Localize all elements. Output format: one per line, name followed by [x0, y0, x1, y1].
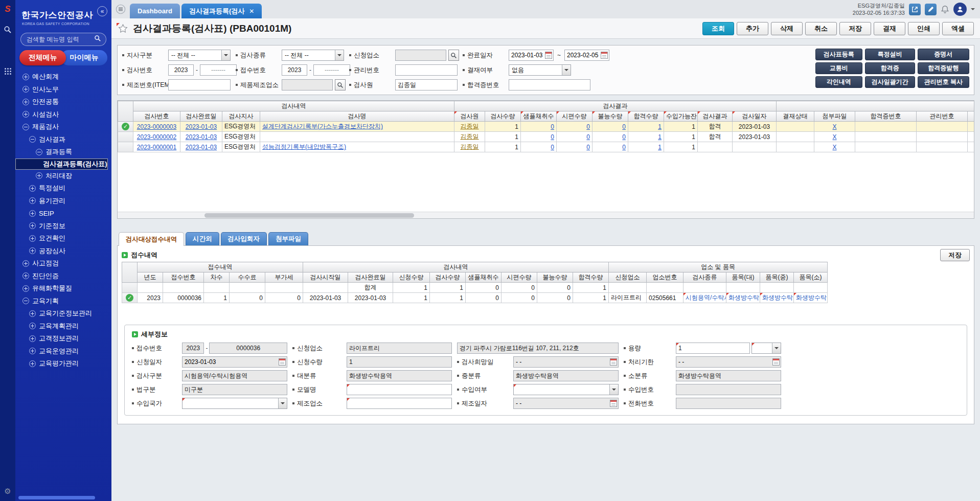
receipt-column-header[interactable]: 신청업소	[609, 272, 647, 283]
sidebar-item[interactable]: 공장심사	[15, 245, 111, 258]
calendar-icon[interactable]	[772, 358, 780, 366]
sidebar-scrollbar[interactable]	[18, 496, 95, 499]
collapse-icon[interactable]	[22, 124, 29, 130]
sidebar-item[interactable]: 교육계획관리	[15, 320, 111, 333]
calendar-icon[interactable]	[610, 400, 617, 407]
bottom-tab[interactable]: 검사대상접수내역	[119, 232, 184, 246]
grid-column-header[interactable]: 결재상태	[777, 111, 814, 122]
complete-date-from-input[interactable]	[509, 50, 545, 60]
grid-column-header[interactable]: 검사원	[454, 111, 485, 122]
grid-cell-link[interactable]: 0	[586, 123, 590, 130]
bottom-tab[interactable]: 시간외	[186, 232, 219, 245]
detail-hope-date-input[interactable]	[514, 357, 610, 367]
sidebar-item[interactable]: 기준정보	[15, 220, 111, 233]
collapse-icon[interactable]	[36, 149, 42, 155]
expand-icon[interactable]	[22, 74, 29, 80]
expand-icon[interactable]	[22, 272, 29, 279]
row-select-cell[interactable]	[118, 132, 133, 142]
header-action-button[interactable]: 인쇄	[908, 22, 940, 35]
receipt-column-header[interactable]: 검사종류	[683, 272, 726, 283]
grid-column-header[interactable]: 검사수량	[485, 111, 521, 122]
manage-no-input[interactable]	[395, 64, 458, 76]
grid-column-header[interactable]: 검사완료일	[180, 111, 222, 122]
expand-icon[interactable]	[29, 185, 36, 192]
header-action-button[interactable]: 결재	[874, 22, 905, 35]
filter-side-button[interactable]: 검사표등록	[815, 49, 862, 60]
grid-column-header[interactable]: 검사명	[260, 111, 454, 122]
sidebar-item[interactable]: 교육평가관리	[15, 357, 111, 370]
cert-no-input[interactable]	[509, 79, 590, 90]
user-avatar[interactable]	[953, 3, 967, 16]
grid-column-header[interactable]: 검사지사	[222, 111, 260, 122]
grid-column-header[interactable]: 합격증번호	[855, 111, 917, 122]
receipt-column-header[interactable]: 불능수량	[537, 272, 573, 283]
grid-column-header[interactable]: 검사결과	[698, 111, 733, 122]
expand-icon[interactable]	[29, 360, 36, 367]
sidebar-item[interactable]: 처리대장	[15, 170, 111, 183]
expand-icon[interactable]	[29, 210, 36, 217]
expand-icon[interactable]	[29, 335, 36, 342]
applicant-input[interactable]	[395, 50, 446, 61]
sidebar-item[interactable]: 교육기획	[15, 295, 111, 308]
filter-side-button[interactable]: 교통비	[815, 62, 862, 74]
calendar-icon[interactable]	[610, 358, 617, 366]
grid-cell-link[interactable]: 김종일	[461, 143, 479, 150]
grid-cell-link[interactable]: 2023-01-03	[186, 133, 217, 141]
item-no-input[interactable]	[168, 79, 231, 90]
receipt-column-header[interactable]: 접수번호	[163, 272, 204, 283]
expand-icon[interactable]	[22, 86, 29, 93]
menu-search-input[interactable]	[26, 35, 94, 43]
grid-column-header[interactable]: 검사번호	[133, 111, 180, 122]
grid-column-header[interactable]: 검사일자	[733, 111, 777, 122]
expand-icon[interactable]	[29, 235, 36, 242]
grid-cell-link[interactable]: 0	[586, 133, 590, 141]
calendar-icon[interactable]	[279, 358, 286, 366]
expand-icon[interactable]	[36, 172, 42, 179]
receipt-save-button[interactable]: 저장	[940, 249, 970, 261]
sidebar-item[interactable]: SEIP	[15, 207, 111, 220]
tab-dashboard[interactable]: Dashboard	[130, 4, 180, 18]
chevron-down-icon[interactable]	[971, 8, 975, 12]
receipt-column-header[interactable]: 시편수량	[502, 272, 537, 283]
grid-column-header[interactable]: 제	[968, 111, 974, 122]
header-action-button[interactable]: 조회	[702, 22, 734, 35]
approval-select[interactable]: 없음	[509, 64, 571, 76]
collapse-icon[interactable]	[29, 136, 36, 143]
receipt-no-year-input[interactable]	[282, 64, 307, 76]
header-action-button[interactable]: 삭제	[771, 22, 803, 35]
grid-column-header[interactable]: 수입가능잔량	[664, 111, 698, 122]
sidebar-item[interactable]: 교육기준정보관리	[15, 307, 111, 320]
gear-icon[interactable]: ⚙	[4, 487, 11, 496]
grid-column-header[interactable]: 불능수량	[592, 111, 628, 122]
filter-side-button[interactable]: 증명서	[918, 49, 969, 60]
grid-cell-link[interactable]: 1	[658, 133, 662, 141]
tab-close-icon[interactable]: ✕	[249, 8, 254, 15]
expand-icon[interactable]	[29, 348, 36, 354]
edit-icon[interactable]	[925, 4, 937, 15]
grid-cell-link[interactable]: 김종일	[461, 133, 479, 140]
expand-icon[interactable]	[29, 310, 36, 317]
expand-icon[interactable]	[22, 285, 29, 292]
sidebar-item[interactable]: 시설검사	[15, 108, 111, 121]
header-action-button[interactable]: 추가	[737, 22, 768, 35]
inspection-no-seq-input[interactable]	[200, 64, 237, 76]
grid-cell-link[interactable]: 성능검정기록부(내압방폭구조)	[262, 143, 346, 150]
expand-icon[interactable]	[29, 247, 36, 254]
detail-import-yn-select[interactable]	[513, 384, 619, 395]
receipt-no-seq-input[interactable]	[313, 64, 350, 76]
collapse-icon[interactable]	[22, 298, 29, 304]
receipt-column-header[interactable]: 검사수량	[430, 272, 466, 283]
search-icon[interactable]	[4, 26, 12, 36]
bottom-tab[interactable]: 첨부파일	[268, 232, 308, 245]
receipt-column-header[interactable]: 부가세	[265, 272, 303, 283]
scrollbar-thumb[interactable]	[204, 213, 414, 218]
sidebar-item[interactable]: 안전공통	[15, 96, 111, 108]
receipt-column-header[interactable]: 품목(중)	[760, 272, 794, 283]
favorite-star-icon[interactable]	[118, 24, 128, 34]
filter-side-button[interactable]: 관리번호 복사	[918, 76, 969, 88]
grid-cell-link[interactable]: X	[833, 133, 837, 141]
sidebar-collapse-button[interactable]: «	[97, 6, 107, 16]
detail-deadline-input[interactable]	[676, 357, 772, 367]
expand-icon[interactable]	[29, 323, 36, 329]
applicant-search-icon[interactable]	[448, 50, 459, 61]
